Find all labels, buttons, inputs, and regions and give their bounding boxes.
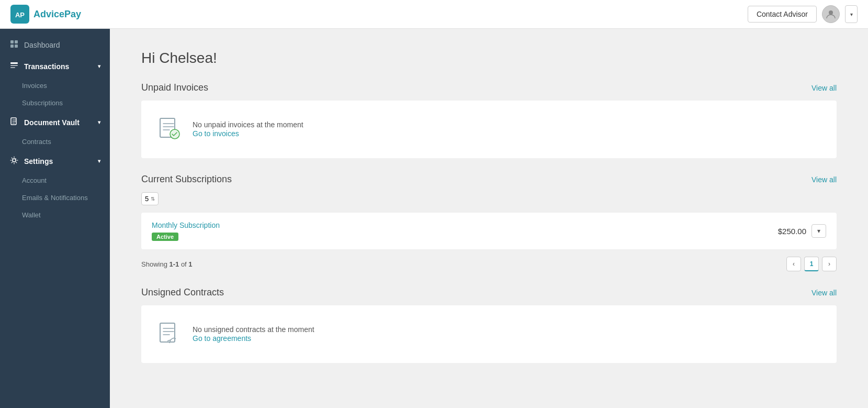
subscription-amount: $250.00 [778, 227, 806, 236]
sidebar-document-vault-label: Document Vault [24, 118, 80, 127]
sidebar-item-dashboard-label: Dashboard [24, 41, 60, 49]
document-vault-icon [9, 117, 19, 127]
per-page-value: 5 [145, 195, 149, 203]
app-layout: Dashboard Transactions ▾ Invoices Subscr… [0, 29, 868, 408]
sidebar-transactions-label: Transactions [24, 62, 69, 71]
unsigned-contracts-empty-message: No unsigned contracts at the moment [193, 325, 314, 334]
sidebar-item-emails-notifications[interactable]: Emails & Notifications [0, 189, 110, 206]
current-subscriptions-header-row: Current Subscriptions View all [141, 174, 837, 185]
sidebar-item-transactions[interactable]: Transactions ▾ [0, 56, 110, 77]
pagination-row: Showing 1-1 of 1 ‹ 1 › [141, 257, 837, 271]
logo-area: AP AdvicePay [10, 5, 81, 24]
contracts-empty-icon [156, 321, 182, 347]
unpaid-invoices-header-row: Unpaid Invoices View all [141, 82, 837, 93]
invoice-empty-icon [156, 116, 182, 142]
settings-chevron: ▾ [98, 158, 100, 164]
user-menu-dropdown-button[interactable]: ▾ [845, 5, 858, 23]
svg-rect-9 [10, 67, 15, 68]
showing-text: Showing 1-1 of 1 [141, 260, 193, 268]
sidebar-subscriptions-label: Subscriptions [22, 99, 63, 107]
svg-text:AP: AP [15, 11, 25, 19]
subscription-card: Monthly Subscription Active $250.00 ▾ [141, 213, 837, 249]
document-vault-chevron: ▾ [98, 119, 100, 125]
svg-rect-7 [10, 62, 18, 64]
pagination-controls: ‹ 1 › [786, 257, 837, 271]
active-status-badge: Active [152, 233, 178, 241]
unsigned-contracts-title: Unsigned Contracts [141, 287, 224, 298]
transactions-icon [9, 61, 19, 71]
unsigned-contracts-empty-content: No unsigned contracts at the moment Go t… [193, 325, 314, 343]
per-page-selector[interactable]: 5 ⇅ [141, 192, 159, 205]
sidebar-item-account[interactable]: Account [0, 172, 110, 189]
logo-text: AdvicePay [33, 9, 81, 20]
top-header: AP AdvicePay Contact Advisor ▾ [0, 0, 868, 29]
sidebar-item-dashboard[interactable]: Dashboard [0, 34, 110, 56]
svg-rect-14 [160, 323, 175, 342]
sidebar: Dashboard Transactions ▾ Invoices Subscr… [0, 29, 110, 408]
subscription-card-left: Monthly Subscription Active [152, 221, 220, 241]
contact-advisor-button[interactable]: Contact Advisor [748, 6, 817, 23]
current-subscriptions-title: Current Subscriptions [141, 174, 232, 185]
pagination-page-1-button[interactable]: 1 [804, 257, 819, 271]
unsigned-contracts-empty-card: No unsigned contracts at the moment Go t… [141, 305, 837, 363]
subscriptions-view-all[interactable]: View all [811, 175, 837, 184]
subscription-name-link[interactable]: Monthly Subscription [152, 221, 220, 229]
sidebar-settings-label: Settings [24, 157, 53, 166]
subscription-action-dropdown[interactable]: ▾ [811, 224, 826, 238]
main-content: Hi Chelsea! Unpaid Invoices View all No … [110, 29, 868, 408]
svg-rect-6 [15, 45, 18, 48]
sidebar-wallet-label: Wallet [22, 211, 41, 219]
go-to-invoices-link[interactable]: Go to invoices [193, 129, 239, 138]
pagination-next-button[interactable]: › [822, 257, 837, 271]
header-right: Contact Advisor ▾ [748, 5, 858, 23]
unsigned-contracts-header-row: Unsigned Contracts View all [141, 287, 837, 298]
unpaid-invoices-title: Unpaid Invoices [141, 82, 208, 93]
unsigned-contracts-section: Unsigned Contracts View all No unsigned … [141, 287, 837, 363]
page-greeting: Hi Chelsea! [141, 50, 837, 67]
sidebar-item-invoices[interactable]: Invoices [0, 77, 110, 94]
user-avatar-button[interactable] [822, 5, 840, 23]
sidebar-item-subscriptions[interactable]: Subscriptions [0, 94, 110, 112]
svg-rect-3 [10, 40, 14, 43]
svg-rect-8 [10, 65, 18, 66]
svg-rect-5 [10, 45, 14, 48]
sidebar-item-contracts[interactable]: Contracts [0, 133, 110, 150]
subscription-controls: 5 ⇅ [141, 192, 837, 205]
pagination-prev-button[interactable]: ‹ [786, 257, 801, 271]
sidebar-invoices-label: Invoices [22, 82, 47, 90]
sidebar-contracts-label: Contracts [22, 138, 51, 146]
svg-point-2 [829, 10, 833, 15]
subscription-card-right: $250.00 ▾ [778, 224, 826, 238]
sidebar-item-settings[interactable]: Settings ▾ [0, 150, 110, 172]
transactions-chevron: ▾ [98, 63, 100, 69]
sidebar-item-document-vault[interactable]: Document Vault ▾ [0, 112, 110, 133]
unpaid-invoices-empty-card: No unpaid invoices at the moment Go to i… [141, 101, 837, 158]
go-to-agreements-link[interactable]: Go to agreements [193, 334, 251, 343]
settings-icon [9, 156, 19, 166]
current-subscriptions-section: Current Subscriptions View all 5 ⇅ Month… [141, 174, 837, 271]
sidebar-account-label: Account [22, 177, 47, 184]
sidebar-item-wallet[interactable]: Wallet [0, 206, 110, 224]
dashboard-icon [9, 40, 19, 50]
unpaid-invoices-view-all[interactable]: View all [811, 84, 837, 92]
unpaid-invoices-empty-message: No unpaid invoices at the moment [193, 120, 303, 129]
per-page-arrows-icon: ⇅ [151, 196, 155, 202]
logo-icon: AP [10, 5, 29, 24]
unpaid-invoices-empty-content: No unpaid invoices at the moment Go to i… [193, 120, 303, 138]
sidebar-emails-label: Emails & Notifications [22, 194, 88, 202]
contracts-view-all[interactable]: View all [811, 289, 837, 297]
svg-rect-4 [15, 40, 18, 43]
unpaid-invoices-section: Unpaid Invoices View all No unpaid invoi… [141, 82, 837, 158]
